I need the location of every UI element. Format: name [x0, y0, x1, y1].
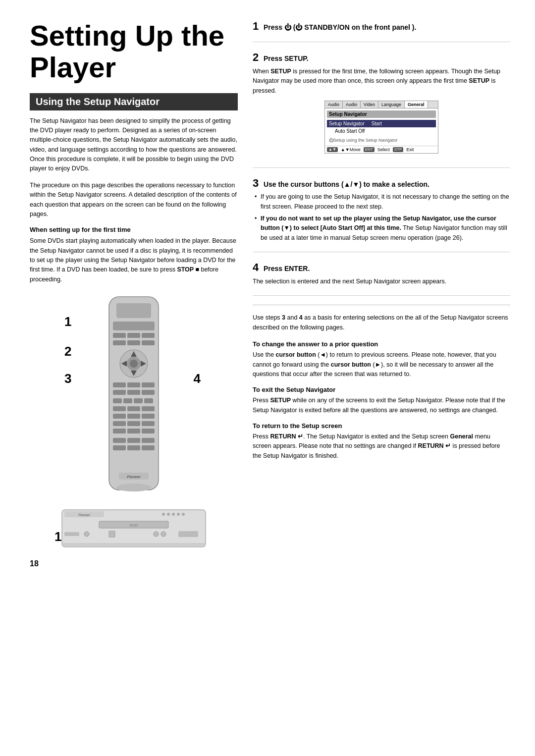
tab-video: Video [361, 101, 378, 108]
step-4-number: 4 [253, 261, 259, 273]
svg-rect-2 [113, 322, 155, 330]
step-2: 2 Press SETUP. When SETUP is pressed for… [253, 51, 510, 168]
illustration-area: 1 2 3 4 [30, 294, 238, 549]
svg-rect-41 [113, 445, 126, 450]
info-section-2: To exit the Setup Navigator Press SETUP … [253, 386, 510, 415]
svg-rect-25 [144, 398, 153, 403]
svg-rect-62 [178, 531, 198, 537]
info-section-3: To return to the Setup screen Press RETU… [253, 422, 510, 461]
svg-rect-4 [127, 333, 140, 338]
info-title-2: To exit the Setup Navigator [253, 386, 510, 393]
section-header: Using the Setup Navigator [30, 93, 238, 110]
step-3-title: Use the cursor buttons (▲/▼) to make a s… [264, 180, 429, 188]
tab-language: Language [378, 101, 405, 108]
step-2-title: Press SETUP. [264, 54, 309, 62]
when-first-title: When setting up for the first time [30, 226, 238, 233]
screen-tabs: Audio Audio Video Language General [325, 101, 438, 108]
svg-rect-40 [142, 438, 155, 443]
svg-point-52 [172, 513, 175, 516]
svg-rect-30 [127, 414, 140, 419]
svg-rect-28 [142, 406, 155, 411]
step-2-number: 2 [253, 51, 259, 63]
label-4: 4 [194, 371, 201, 386]
svg-point-46 [116, 484, 151, 491]
svg-point-54 [182, 513, 185, 516]
svg-rect-57 [64, 532, 79, 536]
info-title-3: To return to the Setup screen [253, 422, 510, 430]
tab-general: General [405, 101, 428, 108]
footer-enter-icon: ENT [364, 147, 374, 152]
svg-rect-7 [127, 340, 140, 345]
svg-rect-39 [127, 438, 140, 443]
step-1-title: Press ⏻ (⏻ STANDBY/ON on the front panel… [264, 23, 417, 31]
svg-rect-63 [62, 543, 206, 546]
svg-point-60 [154, 532, 159, 537]
step-2-body: When SETUP is pressed for the first time… [253, 67, 510, 96]
screen-row-title: Setup Navigator [327, 110, 436, 118]
screen-row-desc: ⏻Setup using the Setup Navigator [327, 137, 436, 144]
page-number: 18 [30, 559, 238, 568]
svg-rect-43 [142, 445, 155, 450]
step-4-title: Press ENTER. [264, 265, 310, 272]
step-3-number: 3 [253, 177, 259, 189]
intro-para1: The Setup Navigator has been designed to… [30, 116, 238, 174]
svg-rect-31 [142, 414, 155, 419]
svg-rect-32 [113, 421, 126, 426]
svg-point-51 [167, 513, 170, 516]
remote-control-image: Pioneer [84, 294, 183, 502]
svg-rect-36 [127, 429, 140, 433]
svg-rect-17 [127, 382, 140, 387]
use-steps-text: Use steps 3 and 4 as a basis for enterin… [253, 313, 510, 332]
svg-point-15 [130, 360, 138, 368]
svg-rect-19 [113, 390, 126, 395]
svg-rect-6 [113, 340, 126, 345]
screen-row-autostart: Auto Start Off [327, 127, 436, 135]
svg-rect-18 [142, 382, 155, 387]
svg-text:Pioneer: Pioneer [78, 513, 91, 517]
svg-rect-42 [127, 445, 140, 450]
footer-move-label: ▲▼Move [341, 147, 361, 152]
svg-point-61 [161, 532, 166, 537]
svg-rect-3 [113, 333, 126, 338]
svg-rect-27 [127, 406, 140, 411]
step-3-bullet1: If you are going to use the Setup Naviga… [253, 192, 510, 212]
info-section-1: To change the answer to a prior question… [253, 340, 510, 379]
label-1: 1 [64, 314, 71, 329]
svg-rect-35 [113, 429, 126, 433]
svg-rect-23 [123, 398, 132, 403]
info-body-3: Press RETURN ↵. The Setup Navigator is e… [253, 432, 510, 461]
svg-text:DVD: DVD [130, 523, 138, 528]
svg-rect-8 [142, 340, 155, 345]
svg-rect-20 [127, 390, 140, 395]
info-title-1: To change the answer to a prior question [253, 340, 510, 348]
footer-exit-label: Exit [406, 147, 414, 152]
page-title: Setting Up the Player [30, 20, 238, 83]
svg-rect-16 [113, 382, 126, 387]
label-3: 3 [64, 371, 71, 386]
when-first-body: Some DVDs start playing automatically wh… [30, 236, 238, 284]
screen-row-start: Setup Navigator Start [327, 120, 436, 127]
svg-point-53 [177, 513, 180, 516]
svg-rect-26 [113, 406, 126, 411]
intro-para2: The procedure on this page describes the… [30, 181, 238, 219]
svg-text:Pioneer: Pioneer [127, 475, 141, 479]
step-4-body: The selection is entered and the next Se… [253, 277, 510, 286]
step-3: 3 Use the cursor buttons (▲/▼) to make a… [253, 177, 510, 252]
svg-rect-29 [113, 414, 126, 419]
dvd-player-image: Pioneer DVD [59, 507, 208, 549]
svg-rect-59 [109, 531, 115, 537]
svg-rect-34 [142, 421, 155, 426]
svg-point-58 [84, 532, 89, 537]
step-1: 1 Press ⏻ (⏻ STANDBY/ON on the front pan… [253, 20, 510, 42]
tab-audio2: Audio [343, 101, 361, 108]
footer-move-icon: ▲▼ [327, 147, 338, 152]
svg-point-50 [162, 513, 165, 516]
info-body-1: Use the cursor button (◄) to return to p… [253, 350, 510, 379]
svg-rect-33 [127, 421, 140, 426]
svg-rect-22 [113, 398, 122, 403]
tab-audio1: Audio [325, 101, 343, 108]
footer-select-label: Select [377, 147, 390, 152]
screen-footer: ▲▼ ▲▼Move ENT Select STP Exit [325, 146, 438, 153]
setup-screen-mockup: Audio Audio Video Language General Setup… [324, 101, 438, 154]
svg-rect-38 [113, 438, 126, 443]
